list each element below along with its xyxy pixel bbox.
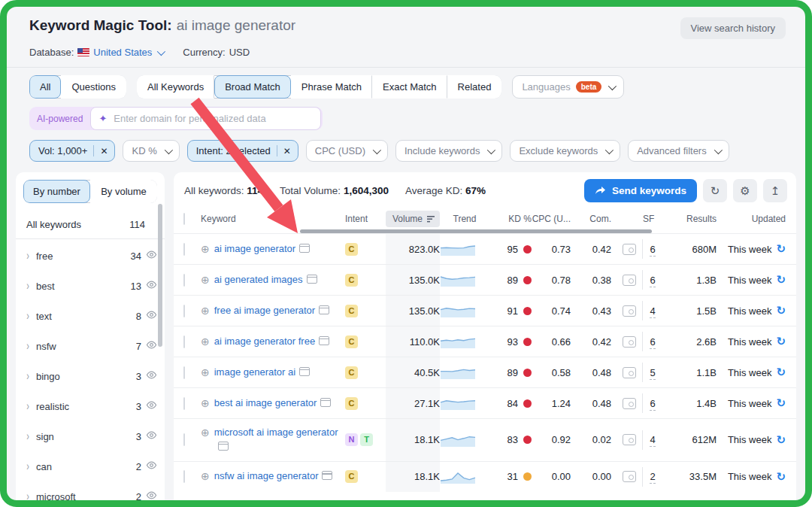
refresh-row-icon[interactable]: ↻ (776, 242, 786, 256)
add-keyword-icon[interactable]: ⊕ (201, 366, 210, 379)
refresh-row-icon[interactable]: ↻ (776, 304, 786, 317)
serp-features-icon[interactable] (623, 398, 636, 409)
sidebar-group-best[interactable]: ›best13 (16, 271, 165, 301)
serp-preview-icon[interactable] (218, 442, 229, 451)
filter-chip-intent-2-selected[interactable]: Intent: 2 selected✕ (187, 140, 298, 162)
col-sf[interactable]: SF (643, 212, 662, 226)
sidebar-toggle-by-number[interactable]: By number (23, 180, 90, 203)
eye-icon[interactable] (146, 460, 157, 473)
domain-input[interactable] (112, 112, 313, 125)
filter-chip-exclude-keywords[interactable]: Exclude keywords (510, 140, 620, 162)
tab-exact-match[interactable]: Exact Match (372, 75, 447, 99)
serp-features-icon[interactable] (623, 336, 636, 348)
col-updated[interactable]: Updated (717, 212, 786, 226)
sidebar-all-keywords[interactable]: All keywords 114 (16, 209, 165, 239)
sidebar-group-text[interactable]: ›text8 (16, 301, 165, 331)
sf-count[interactable]: 6 (650, 336, 655, 349)
serp-preview-icon[interactable] (307, 275, 317, 284)
add-keyword-icon[interactable]: ⊕ (201, 426, 210, 439)
sidebar-group-microsoft[interactable]: ›microsoft2 (16, 481, 165, 507)
sidebar-toggle-by-volume[interactable]: By volume (90, 180, 157, 203)
col-volume[interactable]: Volume (386, 211, 440, 227)
view-search-history-button[interactable]: View search history (680, 17, 786, 39)
row-checkbox[interactable] (183, 470, 185, 483)
refresh-row-icon[interactable]: ↻ (776, 366, 786, 379)
select-all-checkbox[interactable] (183, 213, 185, 225)
keyword-link[interactable]: microsoft ai image generator (214, 426, 341, 454)
col-keyword[interactable]: Keyword (201, 212, 345, 226)
filter-chip-vol-1-000-[interactable]: Vol: 1,000+✕ (29, 140, 115, 162)
eye-icon[interactable] (146, 399, 157, 413)
eye-icon[interactable] (146, 430, 157, 443)
keyword-link[interactable]: ai image generator free (214, 335, 329, 349)
eye-icon[interactable] (146, 249, 157, 263)
keyword-link[interactable]: free ai image generator (214, 304, 329, 318)
sf-count[interactable]: 2 (650, 471, 655, 484)
keyword-link[interactable]: ai image generator (214, 242, 310, 257)
sidebar-scrollbar[interactable] (158, 204, 162, 347)
send-keywords-button[interactable]: Send keywords (584, 179, 697, 202)
eye-icon[interactable] (146, 490, 157, 503)
add-keyword-icon[interactable]: ⊕ (201, 396, 210, 410)
tab-broad-match[interactable]: Broad Match (214, 75, 291, 99)
refresh-row-icon[interactable]: ↻ (776, 273, 786, 287)
gear-icon[interactable]: ⚙ (733, 179, 757, 202)
database-selector[interactable]: Database: United States (29, 47, 163, 58)
serp-features-icon[interactable] (623, 434, 636, 445)
filter-chip-cpc-usd-[interactable]: CPC (USD) (306, 140, 388, 162)
sf-count[interactable]: 6 (650, 398, 655, 411)
tab-all[interactable]: All (29, 75, 61, 99)
serp-features-icon[interactable] (623, 244, 636, 255)
refresh-icon[interactable]: ↻ (703, 179, 727, 202)
row-checkbox[interactable] (183, 433, 185, 446)
export-icon[interactable]: ↥ (763, 179, 787, 202)
add-keyword-icon[interactable]: ⊕ (201, 304, 210, 317)
serp-preview-icon[interactable] (320, 398, 331, 407)
add-keyword-icon[interactable]: ⊕ (201, 469, 210, 483)
eye-icon[interactable] (146, 369, 157, 383)
serp-features-icon[interactable] (623, 471, 636, 482)
refresh-row-icon[interactable]: ↻ (776, 335, 786, 348)
tab-questions[interactable]: Questions (61, 75, 126, 99)
row-checkbox[interactable] (183, 274, 185, 287)
sidebar-group-nsfw[interactable]: ›nsfw7 (16, 331, 165, 361)
serp-preview-icon[interactable] (319, 305, 329, 314)
sf-count[interactable]: 6 (650, 275, 655, 287)
horizontal-scrollbar[interactable] (300, 229, 652, 233)
keyword-link[interactable]: nsfw ai image generator (214, 469, 333, 484)
tab-related[interactable]: Related (447, 75, 502, 99)
col-trend[interactable]: Trend (440, 212, 489, 226)
eye-icon[interactable] (146, 309, 157, 323)
serp-features-icon[interactable] (623, 367, 636, 378)
row-checkbox[interactable] (183, 335, 185, 348)
add-keyword-icon[interactable]: ⊕ (201, 273, 210, 287)
tab-phrase-match[interactable]: Phrase Match (291, 75, 372, 99)
serp-features-icon[interactable] (623, 275, 636, 286)
col-intent[interactable]: Intent (345, 212, 386, 226)
sidebar-group-can[interactable]: ›can2 (16, 451, 165, 481)
serp-features-icon[interactable] (623, 305, 636, 317)
filter-chip-kd-[interactable]: KD % (123, 140, 179, 162)
col-kd[interactable]: KD % (489, 212, 532, 226)
col-results[interactable]: Results (662, 212, 717, 226)
sidebar-group-free[interactable]: ›free34 (16, 241, 165, 271)
refresh-row-icon[interactable]: ↻ (776, 470, 786, 484)
filter-chip-include-keywords[interactable]: Include keywords (395, 140, 502, 162)
eye-icon[interactable] (146, 339, 157, 353)
sf-count[interactable]: 4 (650, 305, 655, 318)
sidebar-group-realistic[interactable]: ›realistic3 (16, 391, 165, 421)
sf-count[interactable]: 5 (650, 367, 655, 380)
serp-preview-icon[interactable] (322, 471, 332, 480)
filter-chip-advanced-filters[interactable]: Advanced filters (628, 140, 729, 162)
col-cpc[interactable]: CPC (U... (532, 212, 571, 226)
add-keyword-icon[interactable]: ⊕ (201, 242, 210, 256)
row-checkbox[interactable] (183, 366, 185, 379)
sf-count[interactable]: 6 (650, 244, 655, 257)
close-icon[interactable]: ✕ (277, 145, 298, 156)
refresh-row-icon[interactable]: ↻ (776, 433, 786, 447)
row-checkbox[interactable] (183, 243, 185, 256)
eye-icon[interactable] (146, 279, 157, 293)
sidebar-group-bingo[interactable]: ›bingo3 (16, 361, 165, 391)
languages-dropdown[interactable]: Languages beta (512, 75, 624, 99)
serp-preview-icon[interactable] (299, 244, 310, 253)
